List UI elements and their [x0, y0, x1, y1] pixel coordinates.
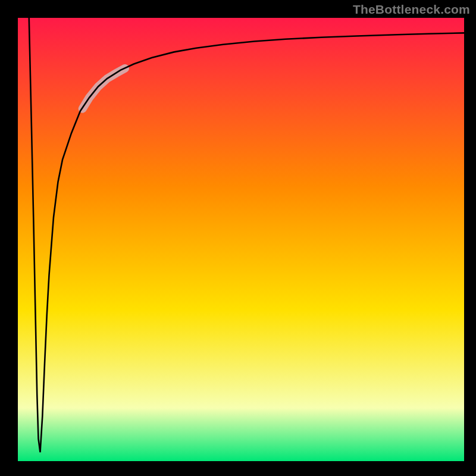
chart-canvas	[0, 0, 476, 476]
plot-background	[18, 18, 464, 461]
bottleneck-chart: TheBottleneck.com	[0, 0, 476, 476]
watermark-text: TheBottleneck.com	[353, 2, 470, 17]
